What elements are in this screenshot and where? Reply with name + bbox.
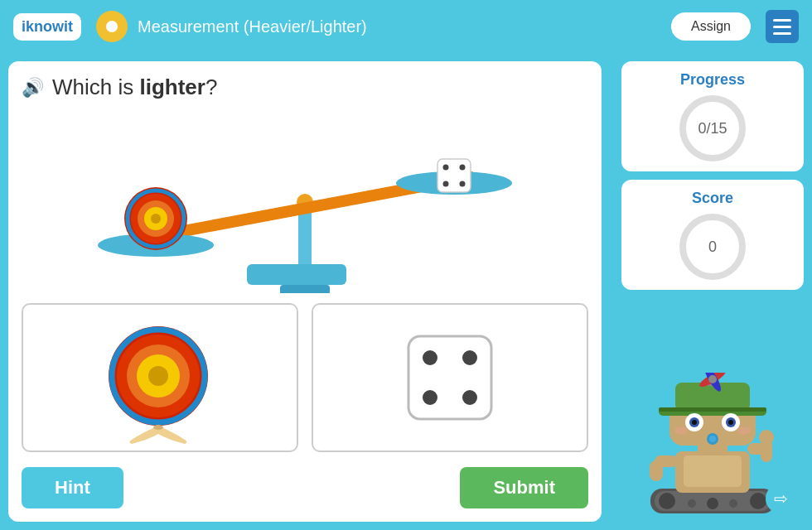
- svg-point-66: [674, 426, 688, 435]
- score-label: Score: [692, 190, 733, 207]
- hint-button[interactable]: Hint: [22, 467, 123, 508]
- svg-point-27: [148, 366, 168, 386]
- svg-rect-45: [650, 460, 663, 481]
- submit-button[interactable]: Submit: [460, 467, 588, 508]
- svg-point-63: [728, 420, 733, 425]
- svg-rect-52: [675, 383, 750, 412]
- next-button[interactable]: ⇨: [766, 484, 795, 513]
- svg-point-32: [462, 350, 477, 365]
- svg-point-41: [729, 499, 737, 508]
- svg-point-60: [692, 420, 697, 425]
- svg-rect-43: [684, 455, 742, 487]
- svg-rect-16: [437, 159, 471, 192]
- question-prefix: Which is: [52, 75, 139, 99]
- yoyo-image: [94, 311, 226, 444]
- assign-button[interactable]: Assign: [671, 12, 751, 41]
- question-bold: lighter: [139, 75, 205, 99]
- score-value: 0: [708, 238, 717, 256]
- choice-dice[interactable]: [312, 303, 588, 452]
- sound-icon[interactable]: 🔊: [22, 77, 44, 99]
- svg-point-34: [462, 390, 477, 405]
- svg-point-38: [750, 493, 766, 509]
- left-panel: 🔊 Which is lighter?: [8, 61, 602, 522]
- svg-point-33: [423, 390, 437, 405]
- main-layout: 🔊 Which is lighter?: [0, 53, 812, 530]
- svg-point-31: [423, 350, 437, 365]
- logo-icon: [96, 11, 128, 42]
- logo: iknowit: [13, 13, 81, 41]
- mascot-area: ⇨: [621, 298, 804, 522]
- app-header: iknowit Measurement (Heavier/Lighter) As…: [0, 0, 812, 53]
- logo-text: iknowit: [22, 18, 73, 36]
- answer-choices: [22, 303, 588, 452]
- menu-line-3: [773, 32, 791, 35]
- svg-point-14: [151, 214, 161, 224]
- svg-point-19: [443, 181, 449, 186]
- svg-point-67: [737, 426, 751, 435]
- svg-point-39: [707, 498, 718, 509]
- progress-value: 0/15: [698, 120, 727, 137]
- svg-point-29: [153, 425, 163, 430]
- menu-button[interactable]: [766, 10, 799, 43]
- scale-illustration: [22, 108, 588, 295]
- question-header: 🔊 Which is lighter?: [22, 75, 588, 100]
- logo-inner: [106, 21, 118, 32]
- svg-rect-30: [408, 336, 491, 419]
- menu-line-2: [773, 26, 791, 28]
- header-title: Measurement (Heavier/Lighter): [138, 17, 661, 36]
- score-circle: 0: [679, 214, 746, 280]
- svg-point-17: [443, 164, 449, 170]
- svg-point-18: [460, 164, 466, 170]
- bottom-buttons: Hint Submit: [22, 467, 588, 508]
- svg-point-20: [460, 181, 466, 186]
- right-panel: Progress 0/15 Score 0: [621, 61, 804, 522]
- next-arrow-icon: ⇨: [774, 489, 788, 508]
- dice-image: [400, 328, 500, 427]
- svg-point-57: [708, 375, 717, 383]
- question-suffix: ?: [205, 75, 217, 99]
- robot-mascot-icon: [638, 373, 787, 522]
- menu-line-1: [773, 19, 791, 22]
- panel-divider: [610, 61, 613, 522]
- svg-rect-53: [659, 407, 766, 412]
- progress-circle: 0/15: [679, 95, 746, 161]
- progress-box: Progress 0/15: [621, 61, 804, 171]
- score-box: Score 0: [621, 180, 804, 290]
- svg-point-40: [688, 499, 696, 508]
- svg-rect-22: [280, 285, 330, 293]
- progress-label: Progress: [680, 71, 745, 89]
- question-text: Which is lighter?: [52, 75, 217, 100]
- svg-point-48: [759, 430, 774, 445]
- choice-yoyo[interactable]: [22, 303, 298, 452]
- balance-scale-svg: [73, 111, 537, 293]
- svg-point-65: [709, 436, 716, 442]
- svg-point-37: [659, 493, 675, 509]
